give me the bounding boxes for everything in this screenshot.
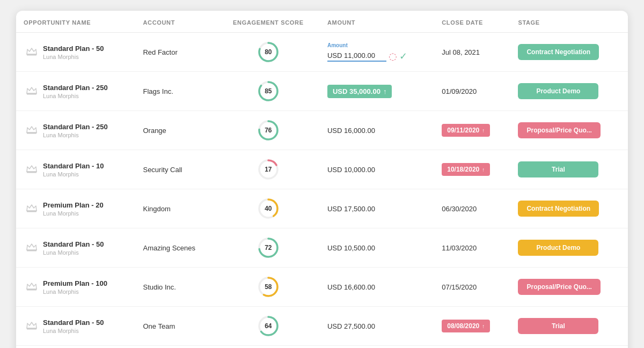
amount-cell: USD 16,600.00 xyxy=(320,268,434,307)
score-value: 80 xyxy=(265,48,272,56)
amount-up-arrow: ↑ xyxy=(383,87,387,95)
amount-value: USD 27,500.00 xyxy=(327,322,375,330)
date-cell: 07/15/2020 xyxy=(434,268,510,307)
crown-icon-cell xyxy=(24,282,40,292)
opp-name-cell: Standard Plan - 50 Luna Morphis xyxy=(16,228,135,268)
table-row: Standard Plan - 10 Luna Morphis Security… xyxy=(16,150,628,189)
crown-icon xyxy=(26,204,38,212)
opp-name-cell: Standard Plan - 250 Luna Morphis xyxy=(16,111,135,150)
score-cell: 72 xyxy=(217,228,320,268)
svg-rect-6 xyxy=(27,132,36,134)
opp-sub: Luna Morphis xyxy=(43,54,104,60)
table-row: Standard Plan - 50 Luna Morphis One Team… xyxy=(16,307,628,346)
crown-icon xyxy=(26,86,38,95)
amount-value: USD 10,000.00 xyxy=(327,166,375,174)
account-name: Studio Inc. xyxy=(143,283,175,291)
crown-icon xyxy=(26,321,38,330)
account-cell: Studio Inc. xyxy=(135,268,216,307)
score-value: 76 xyxy=(265,127,272,134)
opp-sub: Luna Morphis xyxy=(43,249,104,256)
opp-name: Standard Plan - 50 xyxy=(43,319,104,327)
account-name: Security Call xyxy=(143,166,182,174)
amount-value: USD 10,500.00 xyxy=(327,244,375,252)
crown-icon xyxy=(26,165,38,173)
account-cell: One Team xyxy=(135,307,216,346)
account-name: Amazing Scenes xyxy=(143,244,195,252)
amount-cell: USD 10,500.00 xyxy=(320,228,434,268)
stage-cell: Contract Negotiation xyxy=(510,33,628,72)
stage-cell: Trial xyxy=(510,307,628,346)
account-cell: Flags Inc. xyxy=(135,72,216,111)
table-footer: Rows per page: 20 50 100 « ‹ 1 2 3 4 › »… xyxy=(16,345,628,348)
score-cell: 58 xyxy=(217,268,320,307)
account-cell: Security Call xyxy=(135,150,216,189)
opp-sub: Luna Morphis xyxy=(43,288,107,295)
amount-label: Amount xyxy=(327,42,427,48)
date-value: 01/09/2020 xyxy=(442,87,477,95)
table-row: Standard Plan - 50 Luna Morphis Red Fact… xyxy=(16,33,628,72)
account-name: Red Factor xyxy=(143,48,177,56)
opp-name-cell: Standard Plan - 250 Luna Morphis xyxy=(16,72,135,111)
score-circle: 85 xyxy=(257,79,280,103)
amount-input[interactable] xyxy=(327,50,386,62)
opp-sub: Luna Morphis xyxy=(43,210,104,217)
table-wrap: OPPORTUNITY NAME ACCOUNT ENGAGEMENT SCOR… xyxy=(16,11,628,345)
opp-name-cell: Premium Plan - 100 Luna Morphis xyxy=(16,268,135,307)
score-circle: 80 xyxy=(257,40,280,64)
stage-cell: Trial xyxy=(510,150,628,189)
svg-rect-15 xyxy=(27,250,36,251)
score-value: 17 xyxy=(265,166,272,173)
table-row: Standard Plan - 50 Luna Morphis Amazing … xyxy=(16,228,628,268)
amount-value: USD 17,500.00 xyxy=(327,205,375,213)
account-name: Kingdom xyxy=(143,205,170,213)
col-opp-name: OPPORTUNITY NAME xyxy=(16,11,135,33)
amount-confirm-icon[interactable]: ✓ xyxy=(399,51,407,61)
score-circle: 76 xyxy=(257,119,280,142)
score-value: 40 xyxy=(265,205,272,212)
col-stage: STAGE xyxy=(510,11,628,33)
crown-icon xyxy=(26,47,38,56)
opp-sub: Luna Morphis xyxy=(43,328,104,334)
stage-cell: Proposal/Price Quo... xyxy=(510,268,628,307)
score-cell: 85 xyxy=(217,72,320,111)
score-cell: 40 xyxy=(217,189,320,228)
crown-icon-cell xyxy=(24,165,40,175)
date-cell: 01/09/2020 xyxy=(434,72,510,111)
svg-rect-0 xyxy=(27,54,36,56)
stage-badge: Trial xyxy=(518,318,598,334)
crown-icon-cell xyxy=(24,243,40,253)
crown-icon xyxy=(26,243,38,251)
stage-cell: Product Demo xyxy=(510,228,628,268)
score-circle: 58 xyxy=(257,275,280,299)
score-cell: 64 xyxy=(217,307,320,346)
stage-badge: Contract Negotiation xyxy=(518,201,599,217)
opp-name: Standard Plan - 250 xyxy=(43,123,108,131)
svg-rect-18 xyxy=(27,289,36,291)
date-badge: 10/18/2020 ↑ xyxy=(442,163,490,176)
date-badge: 09/11/2020 ↑ xyxy=(442,124,490,137)
score-cell: 17 xyxy=(217,150,320,189)
opp-name: Standard Plan - 50 xyxy=(43,45,104,53)
opp-name-cell: Standard Plan - 50 Luna Morphis xyxy=(16,33,135,72)
opp-sub: Luna Morphis xyxy=(43,93,108,99)
date-cell: Jul 08, 2021 xyxy=(434,33,510,72)
stage-badge: Contract Negotiation xyxy=(518,44,599,60)
score-circle: 17 xyxy=(257,158,280,181)
score-value: 64 xyxy=(265,322,272,330)
crown-icon xyxy=(26,125,38,134)
amount-cancel-icon[interactable]: ◌ xyxy=(389,51,397,61)
score-value: 58 xyxy=(265,283,272,291)
date-value: 07/15/2020 xyxy=(442,283,477,291)
account-cell: Amazing Scenes xyxy=(135,228,216,268)
stage-badge: Trial xyxy=(518,161,598,177)
date-cell: 11/03/2020 xyxy=(434,228,510,268)
score-circle: 64 xyxy=(257,314,280,338)
amount-cell: Amount ◌ ✓ xyxy=(320,33,434,72)
account-name: One Team xyxy=(143,322,175,330)
score-value: 72 xyxy=(265,244,272,251)
opp-name-cell: Standard Plan - 10 Luna Morphis xyxy=(16,150,135,189)
date-value: 06/30/2020 xyxy=(442,205,477,213)
crown-icon-cell xyxy=(24,321,40,331)
opp-name-cell: Premium Plan - 20 Luna Morphis xyxy=(16,189,135,228)
account-cell: Red Factor xyxy=(135,33,216,72)
